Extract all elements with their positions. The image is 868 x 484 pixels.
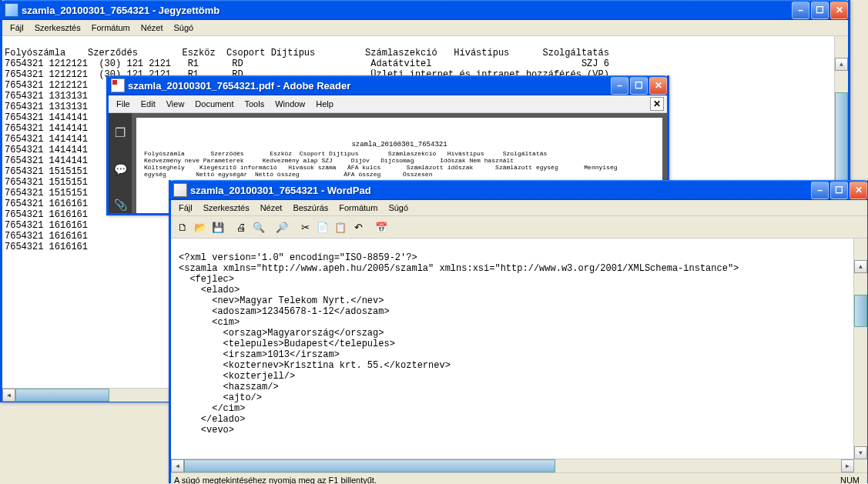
menu-help[interactable]: Help bbox=[311, 98, 338, 110]
scroll-left-icon[interactable]: ◀ bbox=[171, 459, 184, 472]
scroll-left-icon[interactable]: ◀ bbox=[2, 389, 15, 402]
menu-window[interactable]: Window bbox=[270, 98, 310, 110]
adobe-menubar: File Edit View Document Tools Window Hel… bbox=[109, 95, 667, 113]
menu-help[interactable]: Súgó bbox=[384, 202, 413, 214]
pdf-columns: Folyószámla Szerződés Eszköz Csoport Díj… bbox=[144, 150, 655, 178]
text-row: 7654321 1212121 (30) 121 2121 R1 RD Adat… bbox=[5, 58, 609, 69]
xml-line: <szamla xmlns="http://www.apeh.hu/2005/s… bbox=[179, 263, 739, 274]
attachments-icon[interactable]: 📎 bbox=[114, 199, 127, 211]
wordpad-titlebar[interactable]: szamla_20100301_7654321 - WordPad – ☐ ✕ bbox=[169, 180, 868, 200]
menu-format[interactable]: Formátum bbox=[334, 202, 382, 214]
copy-icon[interactable]: 📄 bbox=[314, 219, 331, 235]
cut-icon[interactable]: ✂ bbox=[297, 219, 313, 235]
scrollbar-horizontal[interactable]: ◀ ▶ bbox=[171, 459, 854, 472]
scroll-thumb[interactable] bbox=[854, 295, 867, 327]
menu-view[interactable]: Nézet bbox=[256, 202, 287, 214]
text-row: 7654321 1313131 bbox=[5, 91, 88, 102]
wordpad-text-area[interactable]: <?xml version='1.0" encoding="ISO-8859-2… bbox=[171, 239, 867, 472]
xml-line: <vevo> bbox=[179, 425, 234, 436]
menu-help[interactable]: Súgó bbox=[169, 22, 199, 34]
xml-line: <fejlec> bbox=[179, 274, 234, 285]
close-button[interactable]: ✕ bbox=[649, 77, 667, 95]
xml-line: <?xml version='1.0" encoding="ISO-8859-2… bbox=[179, 252, 417, 263]
wordpad-toolbar: 🗋 📂 💾 🖨 🔍 🔎 ✂ 📄 📋 ↶ 📅 bbox=[171, 216, 867, 239]
maximize-button[interactable]: ☐ bbox=[811, 2, 829, 19]
datetime-icon[interactable]: 📅 bbox=[373, 219, 390, 235]
menu-tools[interactable]: Tools bbox=[240, 98, 270, 110]
undo-icon[interactable]: ↶ bbox=[350, 219, 367, 235]
text-row: 7654321 1414141 bbox=[5, 112, 88, 123]
notepad-icon bbox=[5, 3, 18, 17]
close-button[interactable]: ✕ bbox=[850, 182, 867, 199]
xml-line: <cim> bbox=[179, 317, 240, 328]
menu-insert[interactable]: Beszúrás bbox=[288, 202, 333, 214]
text-header: Folyószámla Szerződés Eszköz Csoport Díj… bbox=[5, 48, 609, 58]
open-icon[interactable]: 📂 bbox=[192, 219, 209, 235]
notepad-titlebar[interactable]: szamla_20100301_7654321 - Jegyzettömb – … bbox=[0, 0, 850, 20]
close-document-button[interactable]: ✕ bbox=[650, 97, 664, 111]
comments-icon[interactable]: 💬 bbox=[114, 163, 127, 175]
text-row: 7654321 1313131 bbox=[5, 102, 88, 112]
text-row: 7654321 1515151 bbox=[5, 166, 88, 177]
adobe-title: szamla_20100301_7654321.pdf - Adobe Read… bbox=[128, 80, 350, 92]
text-row: 7654321 1616161 bbox=[5, 199, 88, 209]
notepad-title: szamla_20100301_7654321 - Jegyzettömb bbox=[22, 5, 220, 16]
maximize-button[interactable]: ☐ bbox=[630, 77, 648, 95]
adobe-titlebar[interactable]: szamla_20100301_7654321.pdf - Adobe Read… bbox=[106, 75, 669, 95]
pages-icon[interactable]: ❐ bbox=[115, 125, 126, 140]
text-row: 7654321 1414141 bbox=[5, 155, 88, 166]
print-icon[interactable]: 🖨 bbox=[233, 219, 250, 235]
minimize-button[interactable]: – bbox=[611, 77, 628, 95]
minimize-button[interactable]: – bbox=[792, 2, 809, 19]
menu-file[interactable]: Fájl bbox=[174, 202, 197, 214]
xml-line: <adoszam>12345678-1-12</adoszam> bbox=[179, 306, 390, 317]
status-text: A súgó megtekintéséhez nyomja meg az F1 … bbox=[174, 476, 377, 484]
maximize-button[interactable]: ☐ bbox=[830, 182, 848, 199]
text-row: 7654321 1616161 bbox=[5, 242, 88, 252]
xml-line: <elado> bbox=[179, 285, 240, 295]
scroll-down-icon[interactable]: ▼ bbox=[854, 446, 867, 459]
status-numlock: NUM bbox=[836, 476, 864, 484]
text-row: 7654321 1414141 bbox=[5, 134, 88, 145]
text-row: 7654321 1515151 bbox=[5, 177, 88, 188]
scroll-up-icon[interactable]: ▲ bbox=[854, 260, 867, 273]
xml-line: <ajto/> bbox=[179, 392, 262, 403]
new-icon[interactable]: 🗋 bbox=[174, 219, 191, 235]
xml-line: <hazszam/> bbox=[179, 382, 279, 392]
wordpad-menubar: Fájl Szerkesztés Nézet Beszúrás Formátum… bbox=[171, 200, 867, 216]
preview-icon[interactable]: 🔍 bbox=[250, 219, 267, 235]
xml-line: <kozterjell/> bbox=[179, 371, 295, 382]
scroll-corner bbox=[854, 459, 867, 472]
menu-edit[interactable]: Edit bbox=[136, 98, 160, 110]
find-icon[interactable]: 🔎 bbox=[273, 219, 290, 235]
menu-file[interactable]: Fájl bbox=[5, 22, 28, 34]
menu-view[interactable]: View bbox=[162, 98, 189, 110]
menu-document[interactable]: Document bbox=[190, 98, 238, 110]
menu-format[interactable]: Formátum bbox=[87, 22, 135, 34]
xml-line: </cim> bbox=[179, 403, 245, 414]
scroll-thumb[interactable] bbox=[184, 459, 555, 472]
xml-line: <nev>Magyar Telekom Nyrt.</nev> bbox=[179, 295, 384, 306]
menu-file[interactable]: File bbox=[112, 98, 135, 110]
scrollbar-vertical[interactable]: ▲ ▼ bbox=[853, 239, 867, 459]
text-row: 7654321 1616161 bbox=[5, 209, 88, 220]
wordpad-icon bbox=[173, 183, 187, 197]
menu-view[interactable]: Nézet bbox=[136, 22, 168, 34]
menu-edit[interactable]: Szerkesztés bbox=[199, 202, 254, 214]
text-row: 7654321 1414141 bbox=[5, 145, 88, 155]
xml-line: <telepules>Budapest</telepules> bbox=[179, 339, 395, 349]
text-row: 7654321 1414141 bbox=[5, 123, 88, 134]
scroll-thumb[interactable] bbox=[15, 389, 109, 402]
close-button[interactable]: ✕ bbox=[830, 2, 848, 19]
menu-edit[interactable]: Szerkesztés bbox=[30, 22, 85, 34]
xml-line: <orszag>Magyarország</orszag> bbox=[179, 328, 384, 339]
text-row: 7654321 1616161 bbox=[5, 231, 88, 242]
wordpad-title: szamla_20100301_7654321 - WordPad bbox=[190, 185, 371, 196]
save-icon[interactable]: 💾 bbox=[209, 219, 226, 235]
minimize-button[interactable]: – bbox=[811, 182, 829, 199]
xml-line: </elado> bbox=[179, 414, 245, 425]
scroll-up-icon[interactable]: ▲ bbox=[835, 58, 848, 71]
paste-icon[interactable]: 📋 bbox=[332, 219, 349, 235]
adobe-sidebar: ❐ 💬 📎 bbox=[109, 113, 132, 213]
scroll-right-icon[interactable]: ▶ bbox=[841, 459, 854, 472]
